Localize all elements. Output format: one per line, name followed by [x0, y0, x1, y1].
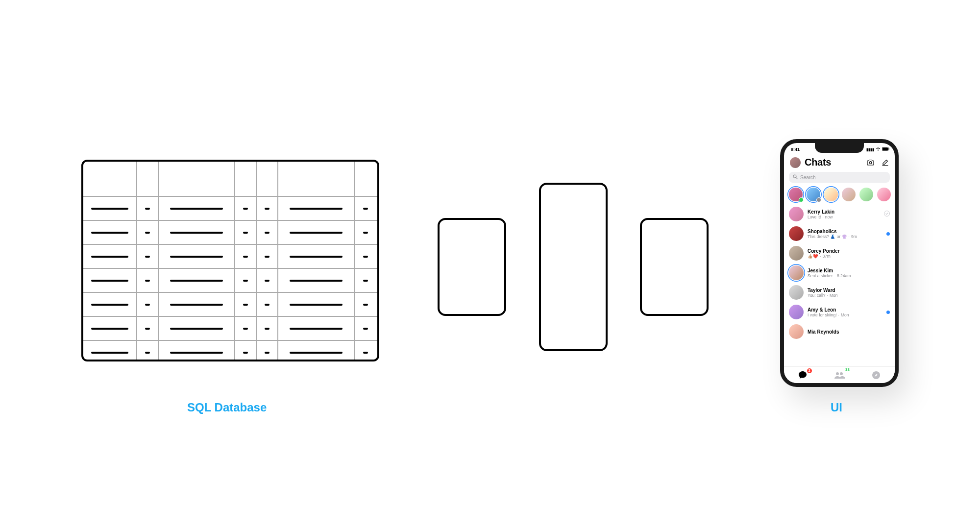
chat-name: Amy & Leon	[808, 307, 882, 313]
chat-avatar	[789, 226, 804, 241]
chat-item[interactable]: Jessie KimSent a sticker·8:24am	[789, 263, 890, 283]
story-avatar[interactable]	[789, 188, 803, 201]
story-avatar[interactable]	[842, 188, 856, 201]
sql-database-illustration	[81, 160, 379, 361]
svg-point-6	[884, 211, 890, 216]
chat-avatar	[789, 207, 804, 221]
profile-avatar[interactable]	[790, 157, 801, 168]
chat-item[interactable]: Taylor WardYou: call?·Mon	[789, 283, 890, 302]
search-placeholder: Search	[800, 175, 816, 180]
wifi-icon	[876, 147, 881, 152]
svg-rect-2	[889, 148, 889, 150]
chat-avatar	[789, 305, 804, 319]
svg-line-5	[796, 177, 797, 179]
db-row	[83, 244, 377, 268]
svg-point-7	[836, 372, 839, 375]
db-row	[83, 292, 377, 316]
chat-right-indicator	[886, 311, 890, 314]
tab-chats[interactable]: 2	[795, 369, 810, 381]
tab-people[interactable]: 33	[832, 369, 847, 381]
svg-point-3	[869, 162, 872, 164]
chat-right-indicator	[884, 211, 890, 217]
chat-avatar	[789, 246, 804, 261]
stories-row	[784, 186, 895, 204]
middle-rect-1	[438, 218, 506, 316]
signal-icon: ▮▮▮▮	[866, 147, 874, 152]
db-header-row	[83, 162, 377, 196]
chat-subtitle: You: call?·Mon	[808, 293, 886, 298]
status-right: ▮▮▮▮	[866, 147, 890, 152]
chat-name: Jessie Kim	[808, 268, 886, 273]
status-time: 9:41	[791, 147, 800, 152]
chat-subtitle: Sent a sticker·8:24am	[808, 273, 886, 278]
search-icon	[793, 174, 798, 180]
tab-discover[interactable]	[869, 369, 883, 381]
chat-subtitle: Love it!·now	[808, 215, 880, 219]
db-row	[83, 268, 377, 292]
story-avatar[interactable]	[859, 188, 873, 201]
chats-title: Chats	[805, 157, 831, 168]
chat-item[interactable]: Corey Ponder👍🏼❤️·37m	[789, 243, 890, 263]
middle-rect-3	[640, 218, 709, 316]
search-input[interactable]: Search	[789, 172, 890, 183]
chat-subtitle: 👍🏼❤️·37m	[808, 254, 886, 259]
db-row	[83, 196, 377, 220]
middle-rect-2	[539, 183, 608, 351]
chats-header: Chats	[784, 154, 895, 170]
chat-avatar	[789, 265, 804, 280]
svg-point-8	[840, 372, 843, 375]
chat-avatar	[789, 324, 804, 339]
ui-label: UI	[831, 401, 842, 414]
db-row	[83, 220, 377, 244]
chat-item[interactable]: Kerry LakinLove it!·now	[789, 204, 890, 224]
compose-icon[interactable]	[881, 159, 889, 167]
chat-subtitle: I vote for skiing!·Mon	[808, 313, 882, 317]
battery-icon	[882, 147, 890, 152]
chat-name: Mia Reynolds	[808, 329, 886, 335]
camera-icon[interactable]	[866, 159, 874, 167]
story-avatar[interactable]	[824, 188, 838, 201]
db-row	[83, 340, 377, 361]
story-avatar[interactable]	[877, 188, 891, 201]
chat-name: Shopaholics	[808, 229, 882, 234]
chat-right-indicator	[886, 232, 890, 236]
svg-rect-1	[882, 148, 888, 150]
sql-database-label: SQL Database	[187, 401, 267, 414]
chat-avatar	[789, 285, 804, 300]
tab-people-count: 33	[845, 367, 850, 372]
story-status-dot	[799, 197, 804, 202]
chat-list: Kerry LakinLove it!·nowShopaholicsThis d…	[784, 204, 895, 341]
chat-name: Corey Ponder	[808, 248, 886, 254]
chat-item[interactable]: ShopaholicsThis dress? 👗 or 👚·9m	[789, 224, 890, 243]
tab-chats-badge: 2	[807, 368, 812, 373]
chat-item[interactable]: Amy & LeonI vote for skiing!·Mon	[789, 302, 890, 322]
phone-screen: 9:41 ▮▮▮▮ Chats	[784, 143, 895, 383]
story-status-dot	[816, 197, 821, 202]
phone-notch	[815, 143, 864, 153]
chat-name: Kerry Lakin	[808, 209, 880, 215]
tab-bar: 2 33	[784, 366, 895, 383]
chat-name: Taylor Ward	[808, 288, 886, 293]
db-row	[83, 316, 377, 340]
chat-subtitle: This dress? 👗 or 👚·9m	[808, 234, 882, 239]
chat-item[interactable]: Mia Reynolds	[789, 322, 890, 341]
story-avatar[interactable]	[807, 188, 820, 201]
phone-mock: 9:41 ▮▮▮▮ Chats	[780, 139, 899, 387]
